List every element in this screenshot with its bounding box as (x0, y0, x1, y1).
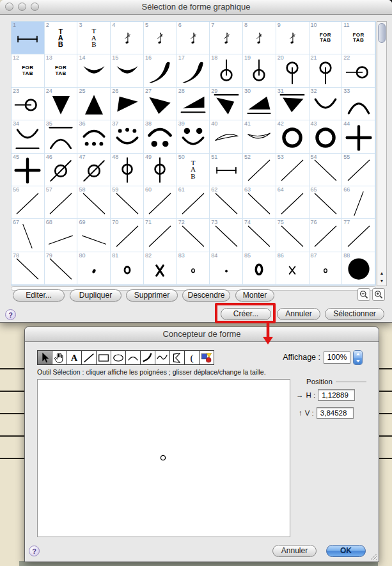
supprimer-button[interactable]: Supprimer (126, 289, 178, 302)
shape-cell[interactable]: 88 (342, 252, 375, 285)
shape-cell[interactable]: 40 (210, 120, 243, 153)
shape-cell[interactable]: 63 (243, 186, 276, 219)
shape-cell[interactable]: 48 (111, 154, 144, 186)
shape-cell[interactable]: 8 (243, 22, 276, 54)
shape-cell[interactable]: 81 (111, 252, 144, 285)
shape-cell[interactable]: 14 (77, 54, 111, 87)
shape-cell[interactable]: 44 (342, 120, 375, 153)
scrollbar-thumb[interactable] (378, 23, 386, 43)
shape-cell[interactable]: 33 (342, 88, 375, 120)
shape-cell[interactable]: 27 (144, 88, 177, 120)
scroll-down-arrow-icon[interactable]: ▼ (377, 277, 386, 285)
vertical-scrollbar[interactable]: ▲ ▼ (377, 21, 387, 286)
annuler-button-designer[interactable]: Annuler (272, 545, 317, 557)
shape-cell[interactable]: 64 (276, 186, 310, 219)
shape-cell[interactable]: 24 (45, 88, 78, 120)
polygon-tool[interactable] (169, 350, 185, 365)
shape-cell[interactable]: 79 (45, 252, 78, 285)
ellipse-tool[interactable] (111, 350, 126, 365)
shape-cell[interactable]: 21 (310, 54, 343, 87)
shape-cell[interactable]: 41 (243, 120, 276, 153)
shape-cell[interactable]: 34 (12, 120, 45, 153)
shape-cell[interactable]: 42 (276, 120, 310, 153)
canvas-circle-shape[interactable] (158, 453, 168, 463)
shape-cell[interactable]: 50TAB (177, 154, 210, 186)
rectangle-tool[interactable] (96, 350, 111, 365)
shape-cell[interactable]: 15 (111, 54, 144, 87)
curve-tool[interactable] (140, 350, 155, 365)
help-button[interactable]: ? (5, 309, 16, 320)
shape-cell[interactable]: 25 (77, 88, 111, 120)
shape-cell[interactable]: 65 (310, 186, 343, 219)
shape-cell[interactable]: 57 (45, 186, 78, 219)
shape-cell[interactable]: 83 (177, 252, 210, 285)
shape-cell[interactable]: 6 (177, 22, 210, 54)
ok-button[interactable]: OK (326, 545, 366, 557)
shape-cell[interactable]: 3TAB (77, 22, 111, 54)
h-position-field[interactable]: 1,12889 (318, 389, 355, 401)
shape-cell[interactable]: 38 (144, 120, 177, 153)
shape-cell[interactable]: 1 (12, 22, 45, 54)
dupliquer-button[interactable]: Dupliquer (70, 289, 122, 302)
shape-cell[interactable]: 70 (111, 219, 144, 252)
shape-cell[interactable]: 17 (177, 54, 210, 87)
window2-titlebar[interactable]: Concepteur de forme (25, 327, 379, 342)
shape-cell[interactable]: 82 (144, 252, 177, 285)
annuler-button[interactable]: Annuler (277, 308, 320, 320)
shape-cell[interactable]: 87 (310, 252, 343, 285)
shape-cell[interactable]: 22 (342, 54, 375, 87)
shape-cell[interactable]: 19 (243, 54, 276, 87)
shape-cell[interactable]: 26 (111, 88, 144, 120)
zoom-out-button[interactable] (357, 288, 370, 301)
shape-cell[interactable]: 52 (243, 154, 276, 186)
color-fill-tool[interactable] (199, 350, 214, 365)
shape-cell[interactable]: 75 (276, 219, 310, 252)
resize-grip[interactable] (369, 552, 377, 560)
shape-cell[interactable]: 36 (77, 120, 111, 153)
shape-cell[interactable]: 85 (243, 252, 276, 285)
stepper-down-icon[interactable] (354, 358, 362, 365)
shape-cell[interactable]: 39 (177, 120, 210, 153)
descendre-button[interactable]: Descendre (182, 289, 230, 302)
help-button-designer[interactable]: ? (29, 546, 40, 556)
shape-cell[interactable]: 60 (144, 186, 177, 219)
editer-button[interactable]: Editer... (13, 289, 65, 302)
shape-cell[interactable]: 54 (310, 154, 343, 186)
text-tool[interactable]: A (67, 350, 82, 365)
shape-cell[interactable]: 28 (177, 88, 210, 120)
shape-cell[interactable]: 47 (77, 154, 111, 186)
affichage-stepper[interactable] (353, 350, 363, 365)
shape-cell[interactable]: 71 (144, 219, 177, 252)
shape-cell[interactable]: 23 (12, 88, 45, 120)
shape-cell[interactable]: 69 (77, 219, 111, 252)
stepper-up-icon[interactable] (354, 351, 362, 358)
shape-cell[interactable]: 72 (177, 219, 210, 252)
brace-tool[interactable]: ( (184, 350, 200, 365)
shape-cell[interactable]: 29 (210, 88, 243, 120)
shape-cell[interactable]: 18 (210, 54, 243, 87)
shape-cell[interactable]: 84 (210, 252, 243, 285)
shape-cell[interactable]: 68 (45, 219, 78, 252)
shape-cell[interactable]: 10FORTAB (310, 22, 343, 54)
shape-cell[interactable]: 13FORTAB (45, 54, 78, 87)
monter-button[interactable]: Monter (235, 289, 274, 302)
shape-cell[interactable]: 5 (144, 22, 177, 54)
shape-cell[interactable]: 59 (111, 186, 144, 219)
shape-cell[interactable]: 2TAB (45, 22, 78, 54)
polyline-tool[interactable] (155, 350, 170, 365)
shape-cell[interactable]: 67 (12, 219, 45, 252)
arc-tool[interactable] (125, 350, 141, 365)
shape-cell[interactable]: 56 (12, 186, 45, 219)
selectionner-button[interactable]: Sélectionner (325, 308, 384, 320)
shape-cell[interactable]: 78 (12, 252, 45, 285)
shape-cell[interactable]: 46 (45, 154, 78, 186)
shape-cell[interactable]: 76 (310, 219, 343, 252)
shape-cell[interactable]: 43 (310, 120, 343, 153)
shape-cell[interactable]: 80 (77, 252, 111, 285)
scroll-up-arrow-icon[interactable]: ▲ (377, 270, 386, 277)
shape-cell[interactable]: 55 (342, 154, 375, 186)
shape-cell[interactable]: 74 (243, 219, 276, 252)
shape-cell[interactable]: 11FORTAB (342, 22, 375, 54)
shape-cell[interactable]: 62 (210, 186, 243, 219)
shape-cell[interactable]: 58 (77, 186, 111, 219)
